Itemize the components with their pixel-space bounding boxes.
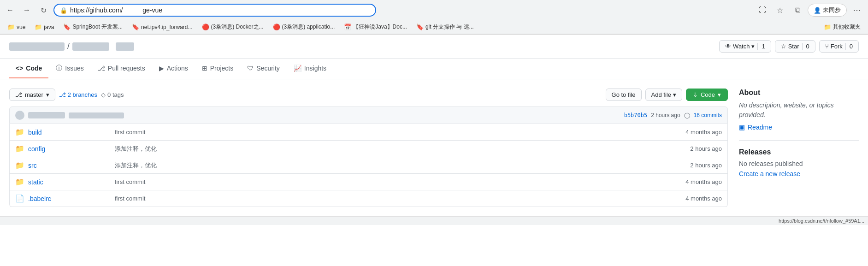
clock-icon: ◯: [684, 112, 690, 118]
tab-security[interactable]: 🛡 Security: [241, 59, 286, 78]
unsync-button[interactable]: 👤 未同步: [808, 4, 847, 17]
bookmark-java[interactable]: 📁 java: [31, 22, 58, 32]
bookmark-label: 其他收藏夹: [833, 23, 861, 31]
file-time: 4 months ago: [685, 178, 722, 185]
bookmark-java-doc[interactable]: 📅 【狂神说Java】Doc...: [340, 22, 411, 32]
goto-file-button[interactable]: Go to file: [606, 89, 642, 101]
releases-section: Releases No releases published Create a …: [739, 148, 859, 177]
branches-count-label: 2 branches: [68, 91, 97, 98]
browser-toolbar: ← → ↻ 🔒 ⛶ ☆ ⧉ 👤 未同步 ⋯: [0, 0, 868, 20]
about-description: No description, website, or topics provi…: [739, 100, 859, 120]
file-name[interactable]: .babelrc: [28, 195, 111, 202]
create-release-link[interactable]: Create a new release: [739, 170, 800, 177]
more-button[interactable]: ⋯: [850, 3, 864, 18]
repo-main: ⎇ master ▾ ⎇ 2 branches ◇ 0 tags Go to f…: [9, 89, 728, 207]
tab-issues[interactable]: ⓘ Issues: [49, 59, 90, 79]
tags-count-label: 0 tags: [107, 91, 124, 98]
file-message: first commit: [115, 195, 682, 202]
file-name[interactable]: static: [28, 178, 111, 186]
tab-actions-label: Actions: [167, 65, 188, 72]
commit-hash[interactable]: b5b70b5: [624, 112, 648, 118]
bookmark-docker[interactable]: 🔴 (3条消息) Docker之...: [198, 22, 267, 32]
readme-link[interactable]: ▣ Readme: [739, 124, 859, 131]
star-count: 0: [802, 43, 809, 50]
commit-bar-right: b5b70b5 2 hours ago ◯ 16 commits: [624, 112, 722, 118]
refresh-button[interactable]: ↻: [37, 4, 50, 17]
file-name[interactable]: src: [28, 162, 111, 169]
tags-link[interactable]: ◇ 0 tags: [101, 91, 124, 98]
chevron-down-icon: ▾: [46, 91, 49, 98]
tab-code[interactable]: <> Code: [9, 59, 48, 78]
tab-projects[interactable]: ⊞ Projects: [195, 59, 240, 78]
watch-button[interactable]: 👁 Watch ▾ 1: [719, 40, 771, 53]
repo-nav: <> Code ⓘ Issues ⎇ Pull requests ▶ Actio…: [0, 59, 868, 79]
bookmark-icon: 🔴: [202, 24, 209, 30]
address-bar[interactable]: 🔒: [53, 4, 376, 17]
add-file-button[interactable]: Add file ▾: [645, 89, 682, 101]
bookmark-net-ipv4[interactable]: 🔖 net.ipv4.ip_forward...: [128, 22, 196, 32]
about-title: About: [739, 89, 859, 97]
tab-insights[interactable]: 📈 Insights: [287, 59, 333, 78]
repo-name-blurred: [72, 42, 109, 51]
tab-security-label: Security: [256, 65, 280, 72]
actions-icon: ▶: [159, 65, 164, 72]
repo-breadcrumb: /: [9, 41, 134, 51]
lock-icon: 🔒: [60, 7, 67, 14]
file-time: 4 months ago: [685, 195, 722, 202]
tab-actions[interactable]: ▶ Actions: [153, 59, 195, 78]
file-time: 2 hours ago: [690, 145, 722, 152]
star-button[interactable]: ☆ Star 0: [775, 40, 815, 53]
goto-file-label: Go to file: [612, 91, 636, 98]
bookmark-application[interactable]: 🔴 (3条消息) applicatio...: [269, 22, 339, 32]
issues-icon: ⓘ: [56, 64, 62, 72]
tab-pull-requests[interactable]: ⎇ Pull requests: [91, 59, 152, 78]
status-bar: https://blog.csdn.ne/t/nfollow_#59A1...: [0, 216, 868, 225]
fork-icon: ⑂: [825, 43, 829, 50]
commits-count: 16 commits: [694, 112, 722, 118]
browser-chrome: ← → ↻ 🔒 ⛶ ☆ ⧉ 👤 未同步 ⋯ 📁 vue 📁 java: [0, 0, 868, 35]
file-name[interactable]: build: [28, 129, 111, 136]
file-time: 2 hours ago: [690, 162, 722, 169]
file-message: first commit: [115, 129, 682, 136]
repo-sidebar: About No description, website, or topics…: [739, 89, 859, 207]
branches-link[interactable]: ⎇ 2 branches: [59, 91, 97, 98]
file-name[interactable]: config: [28, 145, 111, 153]
back-button[interactable]: ←: [4, 4, 17, 17]
tab-pull-requests-label: Pull requests: [108, 65, 145, 72]
code-button[interactable]: ⇓ Code ▾: [686, 89, 728, 101]
table-row: 📁 src 添加注释，优化 2 hours ago: [10, 157, 727, 174]
tab-insights-label: Insights: [304, 65, 326, 72]
branch-selector[interactable]: ⎇ master ▾: [9, 89, 55, 101]
code-chevron-icon: ▾: [718, 91, 721, 98]
fork-count: 0: [845, 43, 853, 50]
tab-issues-label: Issues: [65, 65, 83, 72]
file-icon: 📄: [15, 194, 24, 203]
bookmark-button[interactable]: ☆: [773, 3, 787, 18]
toolbar-right: Go to file Add file ▾ ⇓ Code ▾: [606, 89, 728, 101]
folder-icon: 📁: [15, 177, 24, 186]
table-row: 📁 config 添加注释，优化 2 hours ago: [10, 141, 727, 157]
bookmark-vue[interactable]: 📁 vue: [4, 22, 29, 32]
extensions-button[interactable]: ⛶: [755, 3, 770, 18]
bookmark-springboot[interactable]: 🔖 SpringBoot 开发案...: [59, 22, 126, 32]
file-time: 4 months ago: [685, 129, 722, 136]
repo-badge-blurred: [116, 42, 134, 51]
fork-button[interactable]: ⑂ Fork 0: [819, 40, 859, 53]
browser-actions: ⛶ ☆ ⧉ 👤 未同步 ⋯: [755, 3, 864, 18]
url-input[interactable]: [70, 6, 370, 14]
calendar-icon: 📅: [344, 24, 351, 30]
collection-button[interactable]: ⧉: [790, 3, 805, 18]
table-row: 📁 static first commit 4 months ago: [10, 174, 727, 190]
bookmark-icon: 🔖: [132, 24, 139, 30]
code-icon: <>: [16, 65, 23, 72]
commits-link[interactable]: 16 commits: [694, 112, 722, 118]
repo-owner-blurred: [9, 42, 65, 51]
folder-icon: 📁: [15, 128, 24, 136]
add-file-label: Add file: [651, 91, 671, 98]
watch-count: 1: [757, 43, 765, 50]
bookmark-git[interactable]: 🔖 git 分支操作 与 远...: [413, 22, 478, 32]
commit-bar: b5b70b5 2 hours ago ◯ 16 commits: [9, 106, 728, 124]
bookmark-other-folders[interactable]: 📁 其他收藏夹: [820, 22, 864, 32]
commit-avatar: [15, 111, 24, 120]
forward-button[interactable]: →: [20, 4, 33, 17]
